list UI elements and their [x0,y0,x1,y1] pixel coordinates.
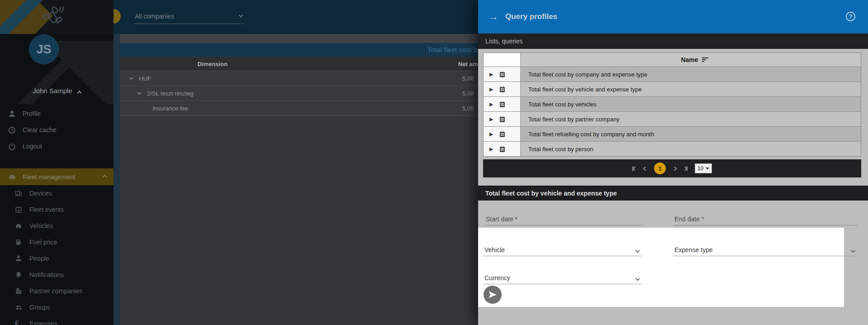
run-query-button[interactable] [484,286,502,304]
run-query-icon[interactable]: ▶ [489,87,493,92]
query-row[interactable]: ▶ Total fleet cost by company and expens… [484,67,861,81]
app-logo[interactable] [0,0,114,34]
expense-type-label: Expense type [674,246,713,253]
query-row[interactable]: ▶ Total fleet cost by vehicles [484,96,861,111]
sidebar-item-label: People [29,255,49,262]
pagination-bar: 1 10 [483,159,861,177]
first-page-button[interactable] [632,166,636,171]
chevron-up-icon [77,91,81,95]
chevron-down-icon [636,249,640,253]
actions-column-header [484,53,521,67]
page-size-select[interactable]: 10 [695,163,712,173]
devices-icon [15,190,22,197]
sidebar-item-label: Partner companies [29,287,83,295]
start-date-input[interactable]: Start date * [484,212,643,225]
row-value: 5,00 [462,90,474,97]
satellite-logo-icon [40,5,66,29]
chevron-down-icon [851,249,856,253]
currency-label: Currency [484,274,510,282]
schedule-calendar-icon[interactable] [499,131,506,138]
chevron-down-icon[interactable] [129,76,133,80]
run-query-icon[interactable]: ▶ [489,102,493,107]
group-icon [15,304,22,311]
schedule-calendar-icon[interactable] [499,146,506,153]
sidebar-item-groups[interactable]: Groups [0,299,114,315]
sidebar-item-label: Profile [23,110,41,117]
power-icon [8,143,16,150]
car-icon [15,222,22,229]
current-page-badge[interactable]: 1 [654,162,666,174]
sidebar-item-clear-cache[interactable]: Clear cache [0,122,114,138]
content-gutter [114,34,120,325]
lists-queries-label: Lists, queries [485,38,522,45]
sidebar-item-fuel-price[interactable]: Fuel price [0,234,114,250]
sidebar-item-label: Groups [29,304,50,311]
company-filter-value: All companies [135,13,174,20]
schedule-calendar-icon[interactable] [499,86,506,93]
sidebar-item-fleet-events[interactable]: Fleet events [0,201,114,218]
row-value: 5,00 [462,105,474,112]
panel-header: → Query profiles ? [478,0,868,33]
sidebar-section-fleet-management[interactable]: Fleet management [0,168,114,185]
next-page-button[interactable] [673,167,676,170]
user-icon [8,110,16,118]
chevron-down-icon[interactable] [138,91,141,95]
avatar[interactable]: JS [29,34,59,64]
sidebar-item-people[interactable]: People [0,250,114,267]
run-query-icon[interactable]: ▶ [489,72,493,77]
previous-page-button[interactable] [644,167,647,170]
end-date-label: End date * [674,215,704,223]
row-value: 5,00 [462,75,474,82]
query-row[interactable]: ▶ Total fleet cost by person [484,141,861,156]
end-date-input[interactable]: End date * [673,212,857,225]
query-name: Total fleet cost by partner company [528,116,620,123]
row-label: HUF [139,75,151,82]
sidebar-item-label: Fuel price [29,239,57,246]
sidebar-item-partner-companies[interactable]: Partner companies [0,283,114,299]
expense-type-select[interactable]: Expense type [673,243,858,256]
schedule-calendar-icon[interactable] [499,101,506,108]
calendar-check-icon [15,206,22,213]
close-panel-arrow-icon[interactable]: → [489,11,498,23]
sidebar-item-label: Vehicles [29,222,53,229]
sidebar-item-label: Devices [29,190,52,197]
run-query-icon[interactable]: ▶ [489,132,493,137]
user-menu: Profile Clear cache Logout [0,105,114,154]
query-row[interactable]: ▶ Total fleet refuelling cost by company… [484,126,861,141]
query-profiles-panel: → Query profiles ? Lists, queries Name ▶ [478,0,868,325]
app-root: JS John Sample Profile Clear cache [0,0,868,325]
clock-icon [8,126,16,134]
query-row[interactable]: ▶ Total fleet cost by vehicle and expens… [484,81,861,96]
company-filter-select[interactable]: All companies [135,9,244,24]
sidebar-item-expenses[interactable]: € Expenses [0,315,114,325]
name-column-header[interactable]: Name [521,53,861,67]
currency-select[interactable]: Currency [483,271,642,284]
sidebar-section-label: Fleet management [23,173,76,181]
query-row[interactable]: ▶ Total fleet cost by partner company [484,111,861,126]
last-page-button[interactable] [683,166,688,171]
column-dimension[interactable]: Dimension [188,61,237,67]
send-icon [488,291,497,299]
fleet-submenu: Devices Fleet events Vehicles [0,185,114,325]
sidebar-item-profile[interactable]: Profile [0,105,114,122]
chevron-down-icon [239,13,243,18]
query-name: Total fleet cost by company and expense … [528,71,647,78]
run-query-icon[interactable]: ▶ [489,147,493,152]
row-label: 2/SL teszt részleg [147,90,194,97]
query-name: Total fleet cost by person [528,146,593,153]
user-menu-toggle[interactable]: John Sample [0,87,114,95]
vehicle-label: Vehicle [484,246,505,253]
schedule-calendar-icon[interactable] [499,71,506,78]
help-icon[interactable]: ? [846,12,855,21]
schedule-calendar-icon[interactable] [499,116,506,123]
query-name: Total fleet cost by vehicles [528,101,597,108]
sidebar-item-notifications[interactable]: Notifications [0,267,114,283]
dropdown-arrow-icon [706,167,709,170]
run-query-icon[interactable]: ▶ [489,117,493,122]
sidebar-item-vehicles[interactable]: Vehicles [0,218,114,234]
sidebar-item-logout[interactable]: Logout [0,138,114,154]
sidebar-item-devices[interactable]: Devices [0,185,114,201]
vehicle-select[interactable]: Vehicle [483,243,642,256]
sidebar-item-label: Logout [23,143,42,150]
sort-icon[interactable] [702,57,708,63]
